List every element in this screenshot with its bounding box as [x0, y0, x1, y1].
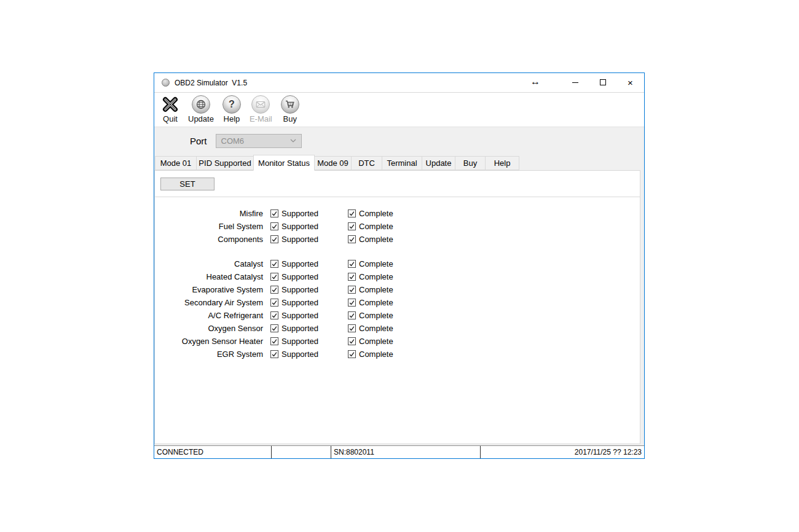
complete-checkbox-label: Complete	[359, 222, 393, 231]
monitor-label: Oxygen Sensor	[155, 324, 263, 333]
monitor-label: Fuel System	[155, 222, 263, 231]
monitor-group: MisfireSupportedCompleteFuel SystemSuppo…	[155, 207, 640, 246]
tab-help[interactable]: Help	[485, 156, 519, 170]
chevron-down-icon	[290, 139, 296, 143]
close-icon: ×	[628, 78, 633, 87]
buy-button[interactable]: Buy	[279, 95, 301, 124]
quit-label: Quit	[163, 114, 178, 123]
set-button[interactable]: SET	[160, 178, 215, 190]
supported-checkbox-box	[270, 222, 278, 230]
supported-checkbox[interactable]: Supported	[270, 209, 348, 218]
complete-checkbox-label: Complete	[359, 298, 393, 307]
monitor-label: Secondary Air System	[155, 298, 263, 307]
complete-checkbox[interactable]: Complete	[348, 209, 393, 218]
monitor-row: Fuel SystemSupportedComplete	[155, 220, 640, 233]
complete-checkbox-box	[348, 337, 356, 345]
monitor-row: Oxygen SensorSupportedComplete	[155, 322, 640, 335]
tab-update[interactable]: Update	[422, 156, 455, 170]
port-row: Port COM6	[154, 127, 644, 154]
supported-checkbox-box	[270, 286, 278, 294]
supported-checkbox[interactable]: Supported	[270, 350, 348, 359]
complete-checkbox[interactable]: Complete	[348, 337, 393, 346]
complete-checkbox-label: Complete	[359, 259, 393, 268]
update-button[interactable]: Update	[187, 95, 215, 124]
maximize-button[interactable]	[589, 73, 616, 92]
quit-button[interactable]: Quit	[159, 95, 181, 124]
complete-checkbox[interactable]: Complete	[348, 285, 393, 294]
tab-pid-supported[interactable]: PID Supported	[196, 156, 254, 170]
monitor-row: Evaporative SystemSupportedComplete	[155, 283, 640, 296]
complete-checkbox[interactable]: Complete	[348, 259, 393, 268]
tab-mode-09[interactable]: Mode 09	[314, 156, 352, 170]
monitor-row: Heated CatalystSupportedComplete	[155, 270, 640, 283]
complete-checkbox[interactable]: Complete	[348, 235, 393, 244]
datetime-status: 2017/11/25 ?? 12:23	[480, 446, 644, 458]
complete-checkbox[interactable]: Complete	[348, 298, 393, 307]
supported-checkbox-label: Supported	[281, 324, 318, 333]
supported-checkbox-label: Supported	[281, 311, 318, 320]
complete-checkbox-label: Complete	[359, 311, 393, 320]
window-controls: ×	[561, 73, 644, 92]
email-button[interactable]: E-Mail	[248, 95, 274, 124]
supported-checkbox-label: Supported	[281, 337, 318, 346]
supported-checkbox[interactable]: Supported	[270, 337, 348, 346]
supported-checkbox-label: Supported	[281, 235, 318, 244]
monitor-row: A/C RefrigerantSupportedComplete	[155, 309, 640, 322]
status-bar: CONNECTED SN:8802011 2017/11/25 ?? 12:23	[154, 445, 644, 458]
app-window: OBD2 Simulator V1.5 ↔ × Quit	[154, 72, 645, 459]
monitor-label: Evaporative System	[155, 285, 263, 294]
tab-buy[interactable]: Buy	[455, 156, 486, 170]
buy-label: Buy	[283, 114, 297, 123]
monitor-group: CatalystSupportedCompleteHeated Catalyst…	[155, 257, 640, 361]
port-label: Port	[190, 136, 207, 146]
envelope-icon	[251, 95, 270, 114]
title-bar: OBD2 Simulator V1.5 ↔ ×	[154, 73, 644, 92]
supported-checkbox-label: Supported	[281, 272, 318, 281]
minimize-button[interactable]	[561, 73, 589, 92]
complete-checkbox-box	[348, 324, 356, 332]
supported-checkbox[interactable]: Supported	[270, 222, 348, 231]
supported-checkbox[interactable]: Supported	[270, 324, 348, 333]
complete-checkbox-label: Complete	[359, 272, 393, 281]
maximize-icon	[600, 79, 606, 85]
monitor-rows: MisfireSupportedCompleteFuel SystemSuppo…	[155, 197, 640, 361]
supported-checkbox[interactable]: Supported	[270, 259, 348, 268]
complete-checkbox-box	[348, 222, 356, 230]
tab-terminal[interactable]: Terminal	[382, 156, 422, 170]
port-select[interactable]: COM6	[216, 134, 302, 148]
complete-checkbox-label: Complete	[359, 324, 393, 333]
supported-checkbox-box	[270, 337, 278, 345]
supported-checkbox[interactable]: Supported	[270, 235, 348, 244]
minimize-icon	[572, 82, 578, 83]
tab-monitor-status[interactable]: Monitor Status	[253, 155, 315, 171]
monitor-label: Components	[155, 235, 263, 244]
complete-checkbox[interactable]: Complete	[348, 222, 393, 231]
supported-checkbox-box	[270, 273, 278, 281]
monitor-row: ComponentsSupportedComplete	[155, 233, 640, 246]
question-icon: ?	[222, 95, 241, 114]
status-cell-empty	[271, 446, 331, 458]
close-button[interactable]: ×	[616, 73, 644, 92]
help-button[interactable]: ? Help	[221, 95, 243, 124]
supported-checkbox-box	[270, 260, 278, 268]
supported-checkbox-label: Supported	[281, 259, 318, 268]
supported-checkbox-label: Supported	[281, 209, 318, 218]
resize-cursor-icon: ↔	[530, 76, 540, 87]
complete-checkbox[interactable]: Complete	[348, 324, 393, 333]
complete-checkbox[interactable]: Complete	[348, 311, 393, 320]
tab-dtc[interactable]: DTC	[351, 156, 382, 170]
supported-checkbox[interactable]: Supported	[270, 285, 348, 294]
supported-checkbox[interactable]: Supported	[270, 272, 348, 281]
set-strip: SET	[155, 171, 640, 197]
complete-checkbox-label: Complete	[359, 337, 393, 346]
complete-checkbox[interactable]: Complete	[348, 350, 393, 359]
complete-checkbox[interactable]: Complete	[348, 272, 393, 281]
tab-mode-01[interactable]: Mode 01	[155, 156, 197, 170]
complete-checkbox-label: Complete	[359, 285, 393, 294]
supported-checkbox[interactable]: Supported	[270, 298, 348, 307]
complete-checkbox-box	[348, 273, 356, 281]
supported-checkbox[interactable]: Supported	[270, 311, 348, 320]
complete-checkbox-box	[348, 311, 356, 319]
tab-strip: Mode 01PID SupportedMonitor StatusMode 0…	[154, 154, 644, 170]
supported-checkbox-box	[270, 299, 278, 307]
